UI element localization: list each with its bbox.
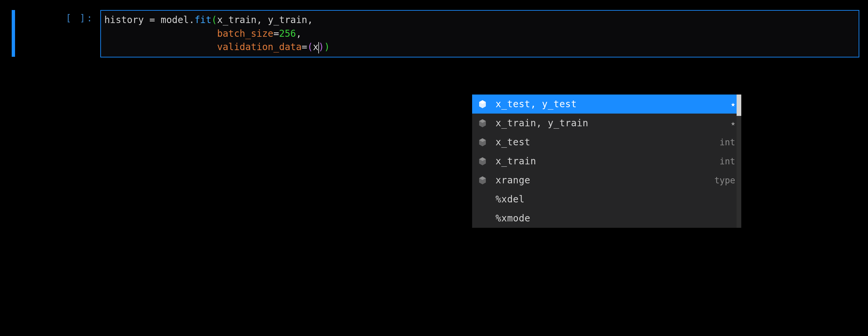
token-eq: =: [302, 41, 307, 53]
hex-icon: [478, 138, 487, 147]
autocomplete-popup: x_test, y_test★ x_train, y_train★ x_test…: [472, 95, 741, 228]
autocomplete-label: %xmode: [496, 213, 735, 224]
autocomplete-type-hint: int: [719, 137, 735, 147]
indent: [104, 41, 217, 53]
hex-icon: [478, 100, 487, 108]
autocomplete-label: x_test: [496, 137, 716, 147]
token-arg: x_train: [217, 14, 256, 25]
token-eq: =: [274, 28, 279, 39]
token-paren-inner-close: ): [319, 41, 324, 53]
token-kwarg: batch_size: [217, 28, 274, 39]
autocomplete-item[interactable]: x_testint: [472, 133, 741, 152]
suggestion-kind-icon: [475, 176, 490, 185]
autocomplete-item[interactable]: x_train, y_train★: [472, 113, 741, 133]
token-paren-open: (: [211, 14, 217, 25]
autocomplete-label: x_test, y_test: [496, 99, 728, 109]
token-comma: ,: [256, 14, 268, 25]
autocomplete-type-hint: type: [714, 175, 735, 186]
code-line-3[interactable]: validation_data=(x)): [104, 40, 855, 54]
autocomplete-label: xrange: [496, 175, 710, 186]
token-kwarg: validation_data: [217, 41, 302, 53]
token-assign: =: [144, 14, 161, 25]
token-comma: ,: [307, 14, 313, 25]
notebook-container: [ ]: history = model.fit(x_train, y_trai…: [0, 0, 868, 58]
autocomplete-list: x_test, y_test★ x_train, y_train★ x_test…: [472, 95, 741, 228]
autocomplete-label: x_train: [496, 156, 716, 167]
autocomplete-label: x_train, y_train: [496, 117, 728, 129]
suggestion-kind-icon: [475, 138, 490, 147]
code-editor[interactable]: history = model.fit(x_train, y_train, ba…: [100, 10, 859, 58]
autocomplete-type-hint: int: [719, 156, 735, 166]
star-icon: ★: [731, 100, 735, 108]
text-cursor: [318, 42, 319, 54]
autocomplete-scrollbar-thumb[interactable]: [737, 95, 741, 116]
execution-indicator: [12, 10, 15, 57]
token-arg: y_train: [268, 14, 307, 25]
hex-icon: [478, 119, 487, 128]
autocomplete-item[interactable]: %xdel: [472, 190, 741, 209]
star-icon: ★: [731, 119, 735, 127]
autocomplete-item[interactable]: x_trainint: [472, 152, 741, 171]
token-paren-close: ): [324, 41, 330, 53]
token-object: model.: [161, 14, 195, 25]
autocomplete-item[interactable]: xrangetype: [472, 171, 741, 190]
autocomplete-scrollbar-track[interactable]: [737, 95, 741, 228]
code-cell-row: [ ]: history = model.fit(x_train, y_trai…: [0, 10, 868, 58]
token-method: fit: [195, 14, 212, 25]
code-line-2[interactable]: batch_size=256,: [104, 27, 855, 41]
cell-prompt: [ ]:: [15, 10, 100, 24]
autocomplete-item[interactable]: x_test, y_test★: [472, 95, 741, 113]
autocomplete-item[interactable]: %xmode: [472, 209, 741, 228]
autocomplete-label: %xdel: [496, 194, 735, 205]
token-typed-char: x: [313, 41, 319, 53]
indent: [104, 28, 217, 39]
suggestion-kind-icon: [475, 119, 490, 128]
token-paren-inner-open: (: [307, 41, 313, 53]
token-number: 256: [279, 28, 296, 39]
token-variable: history: [104, 14, 144, 25]
token-comma: ,: [296, 28, 302, 39]
suggestion-kind-icon: [475, 100, 490, 108]
code-line-1[interactable]: history = model.fit(x_train, y_train,: [104, 13, 855, 27]
hex-icon: [478, 157, 487, 166]
suggestion-kind-icon: [475, 157, 490, 166]
hex-icon: [478, 176, 487, 185]
